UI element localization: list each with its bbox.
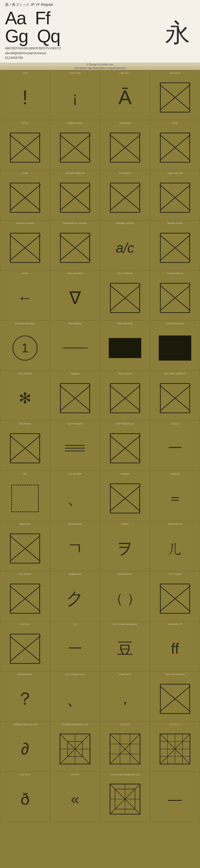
label-latin1sup: Latin 1 Sup: [69, 72, 81, 74]
label-cjkexti: CJK Ext I: [70, 773, 80, 776]
grid-row-10: Bopomofo Compat Jamo ㄱ Kanbun ヲ Bopomofo…: [0, 521, 200, 571]
cell-kangxi: Kangxi 一: [150, 421, 200, 471]
glyph-circle1: 1: [12, 336, 38, 361]
glyph-iota: ¡: [73, 89, 78, 106]
cell-latinextadd: Latin Ext Additional: [50, 170, 100, 220]
glyph-equal: ＝: [168, 489, 182, 508]
label-numberforms: Number Forms: [167, 222, 183, 224]
label-bopomofo: Bopomofo: [20, 523, 30, 525]
glyph-katakana-wo: ヲ: [117, 537, 133, 560]
cell-enclosedalsupp: Enclosed Alphanum Sup ∂: [0, 721, 50, 772]
glyph-cjk-dash: 一: [68, 640, 82, 658]
cell-cjkcompatideo: CJK Compat Ideographs 豆: [100, 621, 150, 671]
xbox-icon: [10, 132, 40, 163]
glyph-katakana-ku: ク: [66, 587, 84, 611]
xbox-icon: [110, 183, 140, 213]
label-enclosedal: Enclosed Alphanum: [15, 322, 35, 325]
cell-katakanaext: Katakana Ext ク: [50, 571, 100, 621]
label-enclideosup: Enclosed Ideographic Sup: [62, 723, 88, 726]
grid-row-7: Misc Symbols ✻ Dingbats Sup Arrows B Mis…: [0, 371, 200, 421]
label-suparrowsb: Sup Arrows B: [118, 372, 132, 375]
glyph-question: ？: [16, 687, 34, 711]
label-punctuation: Punctuation: [119, 172, 131, 175]
cell-miscmathb: Misc Math Symbols B: [150, 371, 200, 421]
cell-diacriticals: Diacriticals: [100, 120, 150, 170]
label-verticalforms: Vertical Forms: [18, 673, 32, 676]
cell-enclideosup: Enclosed Ideographic Sup: [50, 721, 100, 772]
complex-xbox3-svg: [159, 733, 191, 765]
cell-letterlike: Letterlike Symbols a/c: [100, 220, 150, 270]
glyph-grid: ASCII ! Latin 1 Sup ¡ Latin Ext A Ā Lati…: [0, 70, 200, 822]
page-wrapper: 源ノ角ゴシック JP VF Regular Aa Ff Gg Qq 永 ABCD…: [0, 0, 200, 822]
glyph-fraction: a/c: [116, 240, 134, 256]
glyph-sun: ✻: [19, 390, 31, 407]
cell-controlpic: Control Pictures: [150, 270, 200, 320]
grid-row-14: Enclosed Alphanum Sup ∂ Enclosed Ideogra…: [0, 721, 200, 772]
glyph-jamo2: ㄱ: [67, 537, 83, 560]
label-controlpic: Control Pictures: [167, 272, 183, 275]
source-text: Font Source: http://www.fontke.com/font/…: [75, 67, 126, 69]
label-cjkstrokes: CJK Strokes: [19, 573, 31, 575]
label-latinextadd: Latin Ext Additional: [66, 172, 85, 175]
demo-kanji: 永: [165, 20, 190, 45]
cell-cjk: CJK 一: [50, 621, 100, 671]
xbox-icon: [160, 83, 190, 113]
cell-kanbun: Kanbun ヲ: [100, 521, 150, 571]
label-ascii: ASCII: [22, 72, 28, 74]
xbox-icon: [60, 183, 90, 213]
xbox-icon: [110, 383, 140, 413]
grid-row-13: Vertical Forms ？ CJK Compat Forms 、 Smal…: [0, 671, 200, 721]
label-cjkcompatideo: CJK Compat Ideographs: [113, 623, 137, 625]
label-miscsym: Misc Symbols: [18, 372, 32, 375]
glyph-tripleLines: [65, 445, 85, 451]
alphabet-upper: ABCDEFGHIJKLMNOPQRSTUVWXYZ: [5, 46, 195, 51]
cell-mathop: Math Operators ∇: [50, 270, 100, 320]
cell-cjkextb: CJK Ext B: [100, 721, 150, 772]
demo-latin-row1: Aa Ff: [5, 9, 60, 27]
complex-xbox2-svg: [109, 733, 141, 765]
cell-cjkcompatideosup: CJK Compat Ideographs Sup: [100, 772, 150, 822]
cell-latinextb: Latin Ext B: [150, 70, 200, 120]
glyph-emdash: —: [168, 791, 182, 807]
label-kangxi: Kangxi: [171, 423, 178, 425]
cell-cjkradsup: CJK Radicals Sup: [100, 421, 150, 471]
cell-ascii: ASCII !: [0, 70, 50, 120]
cell-modifier: Modifier Letters: [50, 120, 100, 170]
glyph-guillemet: «: [71, 790, 79, 808]
label-greek: Greek: [172, 122, 178, 124]
label-currency: Currency Symbols: [16, 222, 34, 224]
cell-dingbats: Dingbats: [50, 371, 100, 421]
label-hiragana: Hiragana: [120, 473, 130, 475]
label-cjkextc: CJK Ext C: [170, 723, 180, 726]
cell-boxdrawing: Box Drawing: [50, 320, 100, 371]
xbox-icon: [10, 183, 40, 213]
label-cjksym: CJK Symbols: [68, 473, 82, 475]
xbox-icon: [160, 183, 190, 213]
xbox-icon: [110, 483, 140, 514]
label-katakanaext: Katakana Ext: [68, 573, 82, 575]
label-ipaext: IPA Ext: [22, 122, 29, 124]
cell-verticalforms: Vertical Forms ？: [0, 671, 50, 721]
glyph-spiral: ㄦ: [167, 537, 183, 560]
cell-cjkstrokes: CJK Strokes: [0, 571, 50, 621]
cell-misctechnical: Misc Technical: [100, 270, 150, 320]
xbox-icon: [160, 584, 190, 614]
label-cjkcompat: CJK Compat: [168, 573, 181, 575]
cell-enclosedal: Enclosed Alphanum 1: [0, 320, 50, 371]
glyph-dashedbox: [11, 485, 39, 512]
cell-alphabeticpf: Alphabetic PF ff: [150, 621, 200, 671]
alphabet-lower: abcdefghijklmnopqrstuvwxyz: [5, 51, 195, 56]
cell-suppunct: Sup Punctuation: [50, 421, 100, 471]
xbox-icon: [110, 433, 140, 463]
xbox-icon: [110, 283, 140, 313]
cell-ipaext: IPA Ext: [0, 120, 50, 170]
label-superandsub: Super And Sub: [167, 172, 183, 175]
header-section: 源ノ角ゴシック JP VF Regular Aa Ff Gg Qq 永 ABCD…: [0, 0, 200, 63]
label-geoshapes: Geometric Shapes: [166, 322, 185, 325]
grid-row-12: CJK Ext A CJK 一 CJK Compat Ideographs 豆 …: [0, 621, 200, 671]
label-cyrillic: Cyrillic: [22, 172, 29, 175]
line3: [65, 451, 85, 451]
grid-row-11: CJK Strokes Katakana Ext ク Enclosed CJK …: [0, 571, 200, 621]
cell-cjkcompatforms: CJK Compat Forms 、: [50, 671, 100, 721]
cell-cjkextd: CJK Ext D ð: [0, 772, 50, 822]
